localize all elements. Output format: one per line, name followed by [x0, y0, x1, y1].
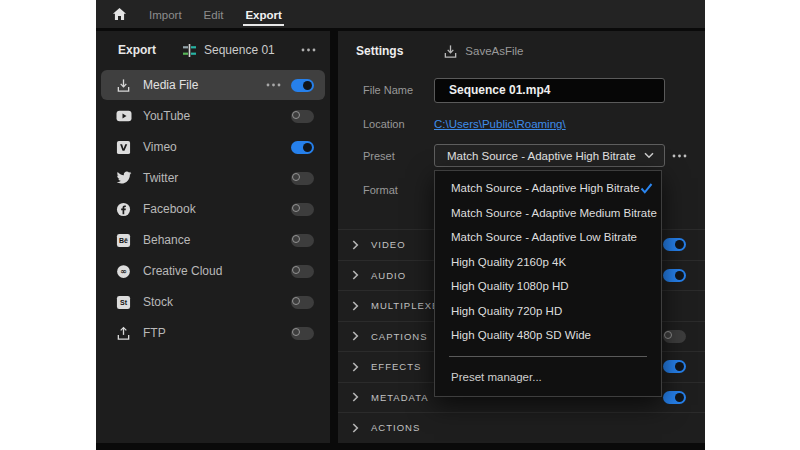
sidebar-item-youtube[interactable]: YouTube	[101, 101, 325, 131]
preset-manager-label: Preset manager...	[451, 371, 542, 383]
preset-selected-value: Match Source - Adaptive High Bitrate	[447, 150, 644, 162]
app-window: ImportEditExport Export Sequence 01 Medi…	[96, 0, 705, 450]
svg-text:St: St	[120, 299, 128, 306]
preset-manager-item[interactable]: Preset manager...	[435, 365, 661, 390]
preset-label: Preset	[363, 150, 395, 162]
tab-export[interactable]: Export	[243, 3, 283, 26]
dropdown-divider	[449, 356, 647, 357]
video-toggle[interactable]	[663, 238, 686, 251]
toggle-knob	[664, 331, 672, 339]
sidebar-item-behance[interactable]: BēBehance	[101, 225, 325, 255]
toggle-knob	[292, 328, 300, 336]
chevron-right-icon	[352, 331, 364, 341]
chevron-right-icon	[352, 240, 364, 250]
sequence-icon	[182, 43, 197, 58]
file-name-row: File Name	[338, 77, 705, 103]
toggle-knob	[303, 81, 312, 90]
sidebar-item-ftp[interactable]: FTP	[101, 318, 325, 348]
media-file-more-button[interactable]	[265, 83, 282, 87]
location-label: Location	[363, 118, 405, 130]
toggle-knob	[292, 204, 300, 212]
chevron-right-icon	[352, 423, 364, 433]
sidebar-item-twitter[interactable]: Twitter	[101, 163, 325, 193]
main-tabs: ImportEditExport	[147, 3, 302, 26]
preset-option-high-quality-1080p-hd[interactable]: High Quality 1080p HD	[435, 274, 661, 299]
sidebar-header: Export Sequence 01	[96, 31, 330, 69]
twitter-icon	[115, 171, 132, 185]
sidebar-item-creative-cloud[interactable]: ∞Creative Cloud	[101, 256, 325, 286]
effects-toggle[interactable]	[663, 360, 686, 373]
preset-option-high-quality-2160p-4k[interactable]: High Quality 2160p 4K	[435, 250, 661, 275]
youtube-toggle[interactable]	[291, 110, 314, 123]
sidebar-item-stock[interactable]: StStock	[101, 287, 325, 317]
tab-edit[interactable]: Edit	[202, 3, 226, 26]
facebook-icon	[115, 202, 132, 217]
sidebar-item-facebook[interactable]: Facebook	[101, 194, 325, 224]
preset-dropdown-button[interactable]: Match Source - Adaptive High Bitrate	[434, 144, 665, 167]
export-panel-title: Export	[118, 43, 156, 57]
sidebar-item-label: Creative Cloud	[143, 264, 222, 278]
sidebar-item-media-file[interactable]: Media File	[101, 70, 325, 100]
stock-toggle[interactable]	[291, 296, 314, 309]
audio-toggle[interactable]	[663, 269, 686, 282]
creative-cloud-icon: ∞	[115, 264, 132, 279]
chevron-down-icon	[644, 152, 654, 159]
file-name-input[interactable]	[434, 78, 665, 103]
save-as-file-icon	[443, 44, 458, 59]
preset-row: Preset Match Source - Adaptive High Bitr…	[338, 144, 705, 167]
destination-list: Media FileYouTubeVimeoTwitterFacebookBēB…	[96, 70, 330, 348]
chevron-right-icon	[352, 270, 364, 280]
preset-option-label: Match Source - Adaptive High Bitrate	[451, 182, 640, 194]
check-icon	[640, 183, 653, 194]
save-as-file-button[interactable]: SaveAsFile	[443, 44, 523, 59]
sidebar-item-vimeo[interactable]: Vimeo	[101, 132, 325, 162]
captions-toggle[interactable]	[663, 330, 686, 343]
stock-icon: St	[115, 295, 132, 310]
preset-more-button[interactable]	[672, 154, 687, 158]
sidebar-item-label: Twitter	[143, 171, 178, 185]
sidebar-item-label: Media File	[143, 78, 198, 92]
preset-option-label: High Quality 1080p HD	[451, 280, 569, 292]
location-link[interactable]: C:\Users\Public\Roaming\	[434, 118, 566, 130]
metadata-toggle[interactable]	[663, 391, 686, 404]
behance-icon: Bē	[115, 233, 132, 248]
media-file-icon	[115, 78, 132, 93]
youtube-icon	[115, 108, 132, 124]
export-settings-panel: Settings SaveAsFile File Name Location C…	[338, 31, 705, 443]
section-actions[interactable]: ACTIONS	[338, 412, 705, 443]
settings-title: Settings	[356, 44, 403, 58]
chevron-right-icon	[352, 301, 364, 311]
preset-option-match-source-adaptive-medium-bitrate[interactable]: Match Source - Adaptive Medium Bitrate	[435, 201, 661, 226]
behance-toggle[interactable]	[291, 234, 314, 247]
vimeo-toggle[interactable]	[291, 141, 314, 154]
section-label: ACTIONS	[371, 422, 686, 433]
ftp-icon	[115, 326, 132, 341]
preset-option-label: High Quality 480p SD Wide	[451, 329, 591, 341]
toggle-knob	[675, 271, 684, 280]
preset-option-high-quality-480p-sd-wide[interactable]: High Quality 480p SD Wide	[435, 323, 661, 348]
sequence-more-button[interactable]	[301, 48, 316, 52]
preset-option-high-quality-720p-hd[interactable]: High Quality 720p HD	[435, 299, 661, 324]
tab-import[interactable]: Import	[147, 3, 184, 26]
sidebar-item-label: Behance	[143, 233, 190, 247]
preset-option-match-source-adaptive-high-bitrate[interactable]: Match Source - Adaptive High Bitrate	[435, 176, 661, 201]
svg-text:Bē: Bē	[119, 237, 128, 244]
home-icon[interactable]	[112, 7, 127, 21]
file-name-label: File Name	[363, 84, 413, 96]
sidebar-item-label: FTP	[143, 326, 166, 340]
location-row: Location C:\Users\Public\Roaming\	[338, 116, 705, 132]
twitter-toggle[interactable]	[291, 172, 314, 185]
facebook-toggle[interactable]	[291, 203, 314, 216]
toggle-knob	[675, 240, 684, 249]
sequence-name: Sequence 01	[204, 43, 275, 57]
creative-cloud-toggle[interactable]	[291, 265, 314, 278]
svg-text:∞: ∞	[120, 266, 127, 275]
toggle-knob	[675, 362, 684, 371]
top-bar: ImportEditExport	[96, 0, 705, 28]
chevron-right-icon	[352, 392, 364, 402]
toggle-knob	[675, 393, 684, 402]
ftp-toggle[interactable]	[291, 327, 314, 340]
preset-option-match-source-adaptive-low-bitrate[interactable]: Match Source - Adaptive Low Bitrate	[435, 225, 661, 250]
media-file-toggle[interactable]	[291, 79, 314, 92]
sidebar-item-label: Facebook	[143, 202, 196, 216]
